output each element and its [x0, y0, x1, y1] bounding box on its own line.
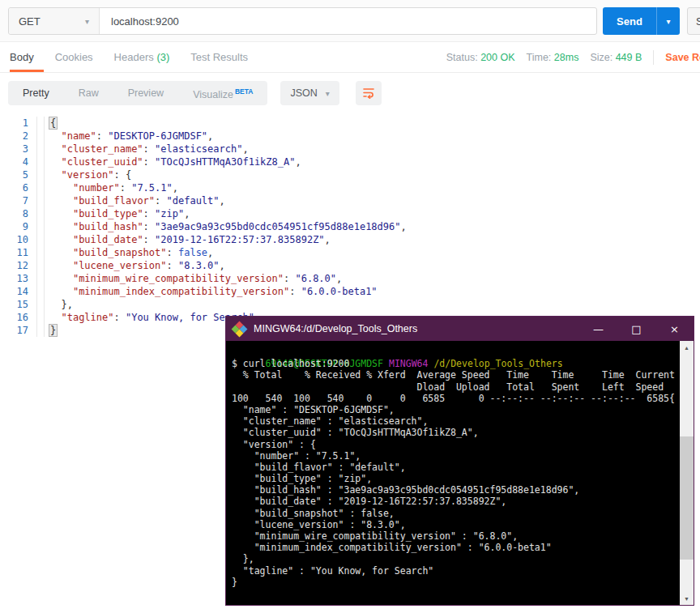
- format-select[interactable]: JSON ▾: [280, 81, 339, 105]
- terminal-window: MINGW64:/d/Develop_Tools_Others — □ × 69…: [225, 316, 694, 606]
- send-button[interactable]: Send: [603, 7, 656, 35]
- terminal-line: "build_date" : "2019-12-16T22:57:37.8358…: [232, 496, 674, 507]
- terminal-titlebar[interactable]: MINGW64:/d/Develop_Tools_Others — □ ×: [226, 317, 694, 341]
- maximize-button[interactable]: □: [617, 317, 655, 341]
- fold-gutter: [37, 272, 45, 285]
- fold-gutter: [37, 311, 45, 324]
- code-text: "number": "7.5.1",: [45, 181, 178, 194]
- fold-gutter: [37, 285, 45, 298]
- maximize-icon: □: [631, 323, 641, 335]
- code-line: 10 "build_date": "2019-12-16T22:57:37.83…: [0, 233, 700, 246]
- tab-cookies[interactable]: Cookies: [55, 51, 93, 63]
- method-label: GET: [19, 15, 41, 28]
- code-text: "build_snapshot": false,: [45, 246, 213, 259]
- line-number: 14: [0, 285, 37, 298]
- view-toolbar: Pretty Raw Preview VisualizeBETA JSON ▾: [0, 73, 700, 113]
- terminal-line: "tagline" : "You Know, for Search": [232, 565, 674, 577]
- scroll-down-button[interactable]: ▼: [680, 592, 694, 605]
- active-tab-underline: [10, 70, 44, 72]
- time-label: Time:: [527, 52, 552, 63]
- line-number: 4: [0, 155, 37, 168]
- terminal-scrollbar[interactable]: ▲ ▼: [680, 341, 694, 605]
- line-number: 7: [0, 194, 37, 207]
- minimize-button[interactable]: —: [579, 317, 617, 341]
- code-text: "build_date": "2019-12-16T22:57:37.83589…: [45, 233, 331, 246]
- line-number: 1: [0, 117, 37, 130]
- code-line: 15 },: [0, 298, 700, 311]
- terminal-line: "minimum_index_compatibility_version" : …: [232, 542, 674, 553]
- code-line: 2 "name": "DESKTOP-6JGMDSF",: [0, 130, 700, 143]
- terminal-line: "build_flavor" : "default",: [232, 462, 674, 473]
- time-value: 28ms: [554, 52, 579, 63]
- view-mode-pretty[interactable]: Pretty: [8, 81, 64, 105]
- terminal-line: "lucene_version" : "8.3.0",: [232, 519, 674, 530]
- view-mode-raw[interactable]: Raw: [64, 81, 113, 105]
- line-number: 10: [0, 233, 37, 246]
- line-number: 2: [0, 130, 37, 143]
- terminal-line: "version" : {: [232, 439, 674, 450]
- method-select[interactable]: GET ▾: [9, 8, 100, 34]
- wrap-text-button[interactable]: [356, 81, 382, 105]
- tab-headers[interactable]: Headers (3): [114, 51, 170, 63]
- url-input[interactable]: [100, 8, 596, 34]
- save-response-button[interactable]: Save Re: [665, 52, 700, 63]
- code-line: 8 "build_type": "zip",: [0, 207, 700, 220]
- fold-gutter: [37, 220, 45, 233]
- response-body-editor[interactable]: 1{2 "name": "DESKTOP-6JGMDSF",3 "cluster…: [0, 113, 700, 337]
- fold-gutter: [37, 324, 45, 337]
- terminal-line: 100 540 100 540 0 0 6585 0 --:--:-- --:-…: [232, 393, 674, 404]
- tab-test-results[interactable]: Test Results: [190, 51, 248, 63]
- terminal-output: % Total % Received % Xferd Average Speed…: [232, 369, 674, 588]
- code-line: 9 "build_hash": "3ae9ac9a93c95bd0cdc0549…: [0, 220, 700, 233]
- terminal-line: },: [232, 553, 674, 564]
- line-number: 6: [0, 181, 37, 194]
- fold-gutter: [37, 298, 45, 311]
- fold-gutter: [37, 233, 45, 246]
- terminal-line: "minimum_wire_compatibility_version" : "…: [232, 530, 674, 542]
- code-text: "lucene_version": "8.3.0",: [45, 259, 225, 272]
- size-field: Size: 449 B: [590, 52, 642, 63]
- prompt-path: /d/Develop_Tools_Others: [433, 358, 562, 369]
- code-text: },: [45, 298, 73, 311]
- view-mode-preview[interactable]: Preview: [113, 81, 178, 105]
- response-header: Body Cookies Headers (3) Test Results St…: [0, 42, 700, 73]
- code-line: 3 "cluster_name": "elasticsearch",: [0, 143, 700, 155]
- close-button[interactable]: ×: [655, 317, 694, 341]
- code-line: 5 "version": {: [0, 168, 700, 181]
- terminal-prompt-line: 69140@DESKTOP-6JGMDSFMINGW64/d/Develop_T…: [232, 347, 674, 358]
- wrap-text-icon: [362, 86, 375, 101]
- scroll-down-icon: ▼: [684, 596, 689, 602]
- code-text: "tagline": "You Know, for Search": [45, 311, 254, 324]
- minimize-icon: —: [593, 323, 604, 335]
- line-number: 12: [0, 259, 37, 272]
- request-input-group: GET ▾: [8, 7, 597, 35]
- send-options-button[interactable]: ▾: [656, 7, 680, 35]
- scrollbar-thumb[interactable]: [680, 436, 694, 560]
- size-value: 449 B: [616, 52, 642, 63]
- chevron-down-icon: ▾: [85, 17, 89, 26]
- save-button-clipped[interactable]: S: [687, 7, 700, 35]
- code-text: "cluster_uuid": "TOcQJsHTTMqA3Of1ikZ8_A"…: [45, 155, 301, 168]
- terminal-line: "build_hash" : "3ae9ac9a93c95bd0cdc05495…: [232, 484, 674, 496]
- view-mode-visualize[interactable]: VisualizeBETA: [178, 79, 267, 107]
- code-text: "name": "DESKTOP-6JGMDSF",: [45, 130, 213, 143]
- line-number: 8: [0, 207, 37, 220]
- tab-body[interactable]: Body: [10, 51, 34, 63]
- line-number: 15: [0, 298, 37, 311]
- terminal-content[interactable]: 69140@DESKTOP-6JGMDSFMINGW64/d/Develop_T…: [226, 341, 694, 605]
- code-text: "build_hash": "3ae9ac9a93c95bd0cdc054951…: [45, 220, 407, 233]
- line-number: 3: [0, 143, 37, 155]
- line-number: 16: [0, 311, 37, 324]
- git-bash-icon: [233, 322, 246, 336]
- terminal-line: "number" : "7.5.1",: [232, 450, 674, 462]
- line-number: 13: [0, 272, 37, 285]
- code-text: "version": {: [45, 168, 131, 181]
- size-label: Size:: [590, 52, 612, 63]
- fold-gutter: [37, 168, 45, 181]
- code-text: "minimum_index_compatibility_version": "…: [45, 285, 378, 298]
- fold-gutter: [37, 130, 45, 143]
- scroll-up-button[interactable]: ▲: [680, 341, 694, 354]
- fold-gutter: [37, 181, 45, 194]
- tab-headers-label: Headers: [114, 51, 154, 63]
- terminal-line: "build_type" : "zip",: [232, 473, 674, 484]
